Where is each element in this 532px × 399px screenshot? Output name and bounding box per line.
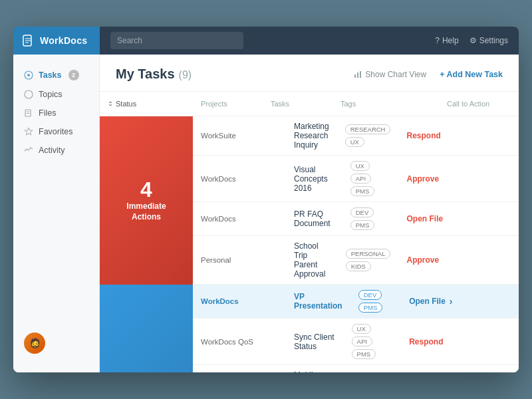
app-window: WorkDocs ? Help ⚙ Settings Tasks: [13, 27, 519, 372]
col-status[interactable]: Status: [100, 97, 193, 110]
content-header: My Tasks (9) Show Chart View + Add New T…: [100, 55, 519, 92]
task-table: Status Projects Tasks Tags Call to Actio…: [100, 92, 519, 372]
tags-cell: UX API PMS: [342, 156, 399, 201]
svg-rect-11: [354, 74, 356, 78]
svg-point-5: [27, 74, 30, 76]
task-count: (9): [179, 69, 192, 81]
table-row-highlighted: WorkDocs VP Presentation DEV PMS Open Fi…: [193, 285, 519, 319]
sort-icon: [108, 101, 113, 106]
upcoming-label: 5 UpcomingTasks: [100, 285, 193, 372]
settings-icon: ⚙: [469, 36, 477, 45]
show-chart-button[interactable]: Show Chart View: [354, 70, 426, 79]
table-header: Status Projects Tasks Tags Call to Actio…: [100, 92, 519, 116]
logo-icon: [21, 34, 35, 47]
upcoming-tasks-section: 5 UpcomingTasks WorkDocs VP Presentation…: [100, 285, 519, 372]
nav-right: ? Help ⚙ Settings: [435, 36, 519, 45]
table-row: WorkDocs QoS Mobile SDK Play Store Submi…: [193, 365, 519, 372]
help-button[interactable]: ? Help: [435, 36, 458, 45]
sidebar-item-files[interactable]: Files: [13, 104, 99, 122]
sidebar-item-favorites[interactable]: Favorites: [13, 122, 99, 141]
page-title: My Tasks: [116, 66, 175, 82]
favorites-icon: [24, 127, 33, 136]
table-row: WorkDocs PR FAQ Document DEV PMS Open Fi…: [193, 202, 519, 236]
help-icon: ?: [435, 36, 440, 45]
add-task-button[interactable]: + Add New Task: [440, 70, 503, 79]
immediate-label: 4 ImmediateActions: [100, 116, 193, 285]
immediate-tasks: WorkSuite Marketing Research Inquiry RES…: [193, 116, 519, 285]
content-area: My Tasks (9) Show Chart View + Add New T…: [100, 55, 519, 372]
tags-cell: PERSONAL KIDS: [338, 243, 399, 277]
top-nav: WorkDocs ? Help ⚙ Settings: [13, 27, 519, 55]
col-tasks: Tasks: [263, 97, 332, 110]
svg-marker-10: [25, 128, 33, 135]
chevron-right-icon: ›: [450, 296, 453, 307]
sidebar-item-topics[interactable]: Topics: [13, 85, 99, 104]
sidebar-item-tasks[interactable]: Tasks 2: [13, 65, 99, 85]
main-content: Tasks 2 Topics Files: [13, 55, 519, 372]
sidebar: Tasks 2 Topics Files: [13, 55, 100, 372]
tasks-icon: [24, 70, 33, 80]
user-avatar[interactable]: 🧔: [24, 332, 45, 354]
activity-icon: [24, 146, 33, 155]
table-row: WorkSuite Marketing Research Inquiry RES…: [193, 116, 519, 156]
files-icon: [24, 108, 33, 118]
search-input[interactable]: [110, 32, 243, 49]
table-row: WorkDocs QoS Sync Client Status UX API P…: [193, 319, 519, 365]
nav-logo[interactable]: WorkDocs: [13, 27, 100, 55]
tasks-badge: 2: [68, 70, 79, 80]
tags-cell: DEV PMS: [350, 285, 401, 318]
svg-point-6: [25, 90, 33, 98]
table-row: Personal School Trip Parent Approval PER…: [193, 236, 519, 285]
settings-button[interactable]: ⚙ Settings: [469, 36, 508, 45]
chart-icon: [354, 70, 362, 78]
svg-rect-12: [357, 72, 358, 78]
col-tags: Tags: [332, 97, 439, 110]
svg-rect-13: [360, 71, 361, 78]
upcoming-tasks: WorkDocs VP Presentation DEV PMS Open Fi…: [193, 285, 519, 372]
topics-icon: [24, 90, 33, 99]
tags-cell: DEV PMS: [342, 202, 399, 235]
sidebar-item-activity[interactable]: Activity: [13, 141, 99, 160]
tags-cell: UX API PMS: [344, 319, 402, 364]
col-projects: Projects: [193, 97, 263, 110]
immediate-actions-section: 4 ImmediateActions WorkSuite Marketing R…: [100, 116, 519, 285]
highlighted-cta: Open File ›: [409, 296, 499, 307]
table-row: WorkDocs Visual Concepts 2016 UX API PMS…: [193, 156, 519, 202]
sidebar-avatar: 🧔: [13, 325, 99, 362]
nav-logo-text: WorkDocs: [40, 35, 87, 46]
col-cta: Call to Action: [439, 97, 519, 110]
nav-search-area: [100, 32, 435, 49]
header-right: Show Chart View + Add New Task: [354, 70, 503, 79]
tags-cell: RESEARCH UX: [337, 119, 399, 152]
